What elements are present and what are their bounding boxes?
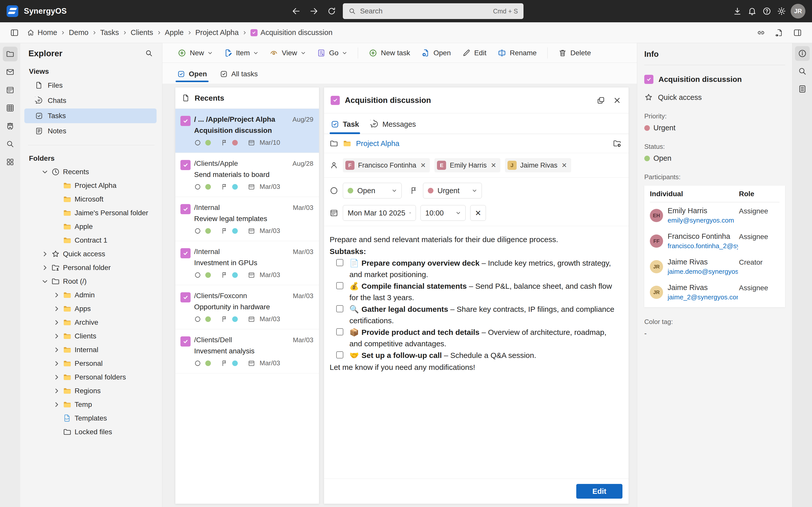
- tab-all-tasks[interactable]: All tasks: [218, 70, 259, 83]
- rail-info-button[interactable]: [795, 46, 810, 61]
- breadcrumb-item[interactable]: Project Alpha: [195, 29, 239, 37]
- tree-item-folder[interactable]: Project Alpha: [20, 179, 162, 192]
- breadcrumb-item-home[interactable]: Home: [27, 29, 57, 37]
- tree-item-folder[interactable]: Jaime's Personal folder: [20, 206, 162, 220]
- rail-search-button[interactable]: [795, 64, 810, 78]
- split-panel-button[interactable]: [792, 27, 803, 39]
- tree-item-folder[interactable]: Temp: [20, 398, 162, 411]
- clear-date-button[interactable]: ✕: [470, 205, 486, 221]
- tree-item-folder[interactable]: Archive: [20, 316, 162, 329]
- tree-item-folder[interactable]: Regions: [20, 384, 162, 398]
- tree-item-folder[interactable]: Personal folders: [20, 371, 162, 384]
- document-link-button[interactable]: [773, 27, 785, 39]
- view-item-files[interactable]: Files: [24, 78, 157, 93]
- rail-teams-button[interactable]: [3, 119, 17, 133]
- email-link[interactable]: jaime.demo@synergyos.com: [668, 268, 738, 276]
- quick-access-toggle[interactable]: Quick access: [644, 93, 785, 102]
- rail-document-button[interactable]: [795, 81, 810, 96]
- tree-item-folder[interactable]: Apple: [20, 220, 162, 233]
- go-menu-button[interactable]: Go: [312, 46, 352, 60]
- assignee-chip[interactable]: F Francisco Fontinha ✕: [343, 158, 430, 172]
- recent-item[interactable]: /InternalMar/03 Investment in GPUs M: [175, 241, 319, 285]
- recent-item[interactable]: /Clients/DellMar/03 Invesment analysis: [175, 329, 319, 374]
- view-item-chats[interactable]: Chats: [24, 93, 157, 108]
- subtask-checkbox[interactable]: [336, 305, 343, 312]
- explorer-search-button[interactable]: [145, 49, 153, 58]
- tree-item-folder[interactable]: Clients: [20, 329, 162, 343]
- tab-open[interactable]: Open: [175, 70, 209, 83]
- user-avatar[interactable]: JR: [791, 4, 805, 18]
- breadcrumb-item-current[interactable]: Acquisition discussion: [250, 29, 333, 37]
- toggle-sidebar-button[interactable]: [9, 27, 20, 39]
- rail-files-button[interactable]: [3, 47, 17, 61]
- recent-item[interactable]: /Clients/AppleAug/28 Send materials to b…: [175, 153, 319, 197]
- delete-button[interactable]: Delete: [554, 46, 596, 60]
- refresh-button[interactable]: [326, 6, 337, 17]
- tree-item-folder[interactable]: Contract 1: [20, 233, 162, 247]
- priority-select[interactable]: Urgent: [423, 183, 482, 199]
- subtask-checkbox[interactable]: [336, 259, 343, 266]
- tree-item-folder[interactable]: Apps: [20, 302, 162, 316]
- rail-apps-button[interactable]: [3, 155, 17, 169]
- recent-item[interactable]: / ... /Apple/Project AlphaAug/29 Acquisi…: [175, 109, 319, 153]
- tree-item-root[interactable]: Root (/): [20, 275, 162, 288]
- remove-assignee-icon[interactable]: ✕: [420, 162, 426, 169]
- email-link[interactable]: jaime_2@synergyos.com: [668, 293, 738, 301]
- due-time-select[interactable]: 10:00: [420, 205, 466, 221]
- new-menu-button[interactable]: New: [173, 46, 217, 60]
- tree-item-folder[interactable]: Internal: [20, 343, 162, 357]
- subtask-checkbox[interactable]: [336, 328, 343, 335]
- breadcrumb-item[interactable]: Tasks: [100, 29, 119, 37]
- email-link[interactable]: francisco.fontinha_2@synergyos.com: [668, 242, 738, 250]
- tree-item-templates[interactable]: Templates: [20, 411, 162, 425]
- recent-item[interactable]: /InternalMar/03 Review legal templates: [175, 197, 319, 241]
- search-input[interactable]: [360, 7, 489, 15]
- download-button[interactable]: [732, 6, 743, 17]
- edit-button-toolbar[interactable]: Edit: [458, 46, 491, 60]
- view-item-notes[interactable]: Notes: [24, 124, 157, 138]
- view-menu-button[interactable]: View: [265, 46, 310, 60]
- tree-item-recents[interactable]: Recents: [20, 165, 162, 179]
- item-menu-button[interactable]: Item: [219, 46, 263, 60]
- back-button[interactable]: [291, 6, 302, 17]
- tree-item-folder[interactable]: Microsoft: [20, 192, 162, 206]
- rename-button[interactable]: Rename: [493, 46, 541, 60]
- recent-item[interactable]: /Clients/FoxconnMar/03 Opportunity in ha…: [175, 285, 319, 329]
- copy-link-button[interactable]: [755, 27, 767, 39]
- forward-button[interactable]: [308, 6, 319, 17]
- due-date-input[interactable]: Mon Mar 10 2025: [343, 205, 416, 221]
- rail-table-button[interactable]: [3, 101, 17, 115]
- project-link[interactable]: Project Alpha: [356, 139, 399, 148]
- rail-calendar-button[interactable]: [3, 82, 17, 97]
- breadcrumb-item[interactable]: Clients: [131, 29, 153, 37]
- status-select[interactable]: Open: [343, 183, 402, 199]
- subtask-checkbox[interactable]: [336, 351, 343, 358]
- assignee-chip[interactable]: E Emily Harris ✕: [435, 158, 500, 172]
- edit-button[interactable]: Edit: [576, 484, 622, 499]
- new-task-button[interactable]: New task: [364, 46, 415, 60]
- open-in-window-button[interactable]: [597, 96, 605, 105]
- settings-button[interactable]: [776, 6, 787, 17]
- tree-item-folder[interactable]: Personal: [20, 357, 162, 371]
- help-button[interactable]: [761, 6, 772, 17]
- tab-messages[interactable]: Messages: [370, 120, 416, 133]
- email-link[interactable]: emily@synergyos.com: [668, 217, 738, 224]
- close-button[interactable]: [613, 96, 621, 105]
- tab-task[interactable]: Task: [331, 120, 359, 133]
- breadcrumb-item[interactable]: Demo: [69, 29, 88, 37]
- subtask-checkbox[interactable]: [336, 282, 343, 289]
- rail-search-button[interactable]: [3, 136, 17, 151]
- notifications-button[interactable]: [747, 6, 758, 17]
- tree-item-quick-access[interactable]: Quick access: [20, 247, 162, 261]
- remove-assignee-icon[interactable]: ✕: [491, 162, 496, 169]
- tree-item-folder[interactable]: Admin: [20, 288, 162, 302]
- open-button[interactable]: Open: [417, 46, 455, 60]
- tree-item-personal-folder[interactable]: Personal folder: [20, 261, 162, 275]
- assignee-chip[interactable]: J Jaime Rivas ✕: [505, 158, 571, 172]
- breadcrumb-item[interactable]: Apple: [165, 29, 184, 37]
- rail-mail-button[interactable]: [3, 65, 17, 79]
- move-to-folder-button[interactable]: [613, 139, 621, 148]
- view-item-tasks[interactable]: Tasks: [24, 109, 157, 123]
- remove-assignee-icon[interactable]: ✕: [562, 162, 567, 169]
- tree-item-locked-files[interactable]: Locked files: [20, 425, 162, 439]
